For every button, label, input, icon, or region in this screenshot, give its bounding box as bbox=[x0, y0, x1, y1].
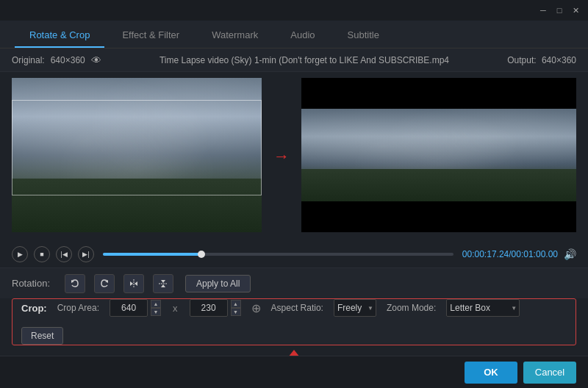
prev-button[interactable]: |◀ bbox=[56, 246, 72, 262]
original-label: Original: bbox=[12, 55, 45, 65]
info-bar: Original: 640×360 👁 Time Lapse video (Sk… bbox=[0, 48, 588, 72]
letterbox-bottom bbox=[301, 201, 576, 232]
progress-track[interactable] bbox=[103, 253, 453, 256]
rotate-left-button[interactable] bbox=[65, 274, 85, 293]
svg-marker-4 bbox=[135, 281, 137, 286]
tab-subtitle[interactable]: Subtitle bbox=[333, 24, 394, 48]
playback-bar: ▶ ■ |◀ ▶| 00:00:17.24/00:01:00.00 🔊 bbox=[0, 241, 588, 267]
preview-right bbox=[301, 78, 576, 232]
ok-button[interactable]: OK bbox=[465, 362, 517, 384]
crop-width-spinners: ▲ ▼ bbox=[151, 300, 161, 316]
crop-height-up[interactable]: ▲ bbox=[231, 300, 241, 308]
original-size: 640×360 bbox=[51, 55, 85, 65]
preview-area: → bbox=[0, 72, 588, 241]
filename: Time Lapse video (Sky) 1-min (Don't forg… bbox=[101, 55, 507, 65]
letterbox-top bbox=[301, 78, 576, 109]
aspect-ratio-wrapper: Freely 16:9 4:3 1:1 9:16 bbox=[334, 299, 376, 317]
zoom-mode-select[interactable]: Letter Box Pan & Scan Full bbox=[446, 299, 520, 317]
crop-height-spinners: ▲ ▼ bbox=[231, 300, 241, 316]
svg-marker-6 bbox=[161, 280, 165, 283]
current-time: 00:00:17.24 bbox=[462, 249, 509, 259]
crop-width-input[interactable] bbox=[110, 299, 148, 317]
flip-vertical-button[interactable] bbox=[153, 274, 173, 293]
crop-width-up[interactable]: ▲ bbox=[151, 300, 161, 308]
play-button[interactable]: ▶ bbox=[12, 246, 28, 262]
arrow-container: → bbox=[270, 78, 293, 235]
size-separator: x bbox=[173, 303, 178, 314]
crop-section: Crop: Crop Area: ▲ ▼ x ▲ ▼ ⊕ Aspect Rati… bbox=[12, 298, 576, 345]
maximize-button[interactable]: □ bbox=[553, 4, 566, 17]
aspect-ratio-select[interactable]: Freely 16:9 4:3 1:1 9:16 bbox=[334, 299, 376, 317]
tab-watermark[interactable]: Watermark bbox=[197, 24, 273, 48]
total-time: 00:01:00.00 bbox=[512, 249, 558, 259]
zoom-mode-label: Zoom Mode: bbox=[387, 303, 436, 313]
svg-marker-7 bbox=[161, 284, 165, 287]
close-button[interactable]: ✕ bbox=[569, 4, 582, 17]
volume-icon[interactable]: 🔊 bbox=[564, 248, 576, 260]
minimize-button[interactable]: ─ bbox=[537, 4, 550, 17]
crop-area-label: Crop Area: bbox=[57, 303, 99, 313]
output-size: 640×360 bbox=[542, 55, 576, 65]
crop-height-input[interactable] bbox=[190, 299, 228, 317]
bottom-bar: OK Cancel bbox=[0, 356, 588, 388]
output-label: Output: bbox=[507, 55, 536, 65]
crop-label: Crop: bbox=[21, 303, 47, 314]
rotate-right-button[interactable] bbox=[94, 274, 115, 293]
title-bar: ─ □ ✕ bbox=[0, 0, 588, 21]
crop-overlay bbox=[12, 100, 262, 195]
tabs-bar: Rotate & Crop Effect & Filter Watermark … bbox=[0, 21, 588, 48]
tab-effect-filter[interactable]: Effect & Filter bbox=[107, 24, 194, 48]
aspect-ratio-label: Aspect Ratio: bbox=[271, 303, 323, 313]
eye-icon[interactable]: 👁 bbox=[91, 54, 101, 66]
crosshair-icon[interactable]: ⊕ bbox=[251, 301, 261, 315]
preview-left bbox=[12, 78, 262, 232]
crop-height-down[interactable]: ▼ bbox=[231, 308, 241, 316]
progress-fill bbox=[103, 253, 201, 256]
progress-thumb bbox=[198, 251, 205, 258]
stop-button[interactable]: ■ bbox=[34, 246, 50, 262]
flip-horizontal-button[interactable] bbox=[123, 274, 144, 293]
tab-audio[interactable]: Audio bbox=[276, 24, 329, 48]
crop-height-group: ▲ ▼ bbox=[190, 299, 241, 317]
rotation-label: Rotation: bbox=[12, 278, 56, 289]
tab-rotate-crop[interactable]: Rotate & Crop bbox=[15, 24, 104, 48]
next-button[interactable]: ▶| bbox=[78, 246, 94, 262]
preview-arrow-icon: → bbox=[273, 147, 290, 166]
cancel-button[interactable]: Cancel bbox=[523, 362, 576, 384]
zoom-mode-wrapper: Letter Box Pan & Scan Full bbox=[446, 299, 520, 317]
svg-marker-3 bbox=[130, 281, 133, 286]
time-display: 00:00:17.24/00:01:00.00 bbox=[462, 249, 558, 259]
apply-all-button[interactable]: Apply to All bbox=[185, 275, 251, 292]
rotation-section: Rotation: Apply to All bbox=[0, 267, 588, 298]
crop-width-down[interactable]: ▼ bbox=[151, 308, 161, 316]
reset-button[interactable]: Reset bbox=[21, 327, 63, 345]
crop-width-group: ▲ ▼ bbox=[110, 299, 161, 317]
